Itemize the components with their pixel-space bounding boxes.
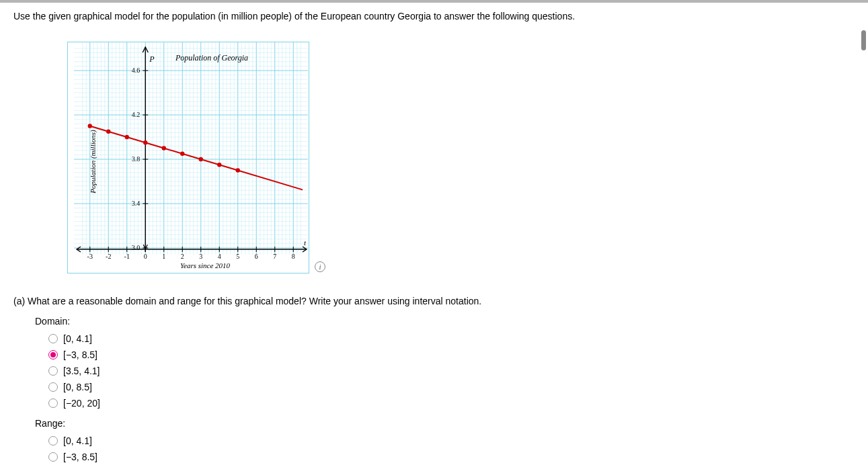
radio-button[interactable] <box>48 452 58 462</box>
svg-text:Population of Georgia: Population of Georgia <box>175 53 248 62</box>
svg-text:-2: -2 <box>106 253 111 260</box>
svg-text:3: 3 <box>199 253 202 260</box>
svg-point-152 <box>143 140 147 144</box>
domain-label: Domain: <box>35 316 855 327</box>
svg-text:7: 7 <box>273 253 276 260</box>
svg-text:Years since 2010: Years since 2010 <box>180 261 231 269</box>
domain-option[interactable]: [−3, 8.5] <box>48 349 855 360</box>
question-prompt: Use the given graphical model for the po… <box>13 11 855 22</box>
domain-option[interactable]: [−20, 20] <box>48 398 855 409</box>
domain-option[interactable]: [0, 8.5] <box>48 382 855 392</box>
range-option[interactable]: [0, 4.1] <box>48 435 855 446</box>
radio-button[interactable] <box>48 366 58 376</box>
option-label: [3.5, 4.1] <box>63 366 100 376</box>
svg-point-156 <box>217 163 221 167</box>
svg-text:3.8: 3.8 <box>132 155 141 163</box>
radio-button[interactable] <box>48 334 58 343</box>
svg-point-155 <box>199 157 203 161</box>
option-label: [−20, 20] <box>63 398 100 409</box>
domain-option[interactable]: [3.5, 4.1] <box>48 366 855 376</box>
domain-options-group: [0, 4.1][−3, 8.5][3.5, 4.1][0, 8.5][−20,… <box>48 333 855 409</box>
svg-point-153 <box>162 146 166 150</box>
radio-button[interactable] <box>48 398 58 408</box>
svg-text:1: 1 <box>162 253 165 260</box>
range-option[interactable]: [−3, 8.5] <box>48 452 855 462</box>
svg-text:0: 0 <box>144 253 147 260</box>
svg-point-149 <box>88 124 92 128</box>
svg-point-151 <box>125 135 129 139</box>
option-label: [0, 4.1] <box>63 333 92 344</box>
svg-text:-1: -1 <box>124 253 130 260</box>
radio-button[interactable] <box>48 436 58 446</box>
svg-rect-0 <box>67 42 309 273</box>
svg-text:3.0: 3.0 <box>132 244 141 251</box>
option-label: [0, 4.1] <box>63 435 92 446</box>
svg-text:2: 2 <box>181 253 184 260</box>
domain-option[interactable]: [0, 4.1] <box>48 333 855 344</box>
part-a-prompt: (a) What are a reasonable domain and ran… <box>13 296 855 306</box>
svg-text:6: 6 <box>255 253 258 260</box>
range-options-group: [0, 4.1][−3, 8.5] <box>48 435 855 462</box>
option-label: [0, 8.5] <box>63 382 92 392</box>
svg-point-157 <box>236 168 240 172</box>
option-label: [−3, 8.5] <box>63 349 97 360</box>
info-icon[interactable]: i <box>315 261 325 272</box>
scrollbar-thumb[interactable] <box>861 30 866 50</box>
svg-point-154 <box>180 152 184 156</box>
svg-text:Population (millions): Population (millions) <box>89 130 97 194</box>
svg-text:P: P <box>149 54 155 64</box>
radio-button[interactable] <box>48 382 58 392</box>
svg-text:5: 5 <box>236 253 239 260</box>
svg-text:-3: -3 <box>87 253 93 260</box>
option-label: [−3, 8.5] <box>63 452 97 462</box>
svg-text:4.2: 4.2 <box>132 111 141 118</box>
svg-text:4: 4 <box>218 253 221 260</box>
svg-text:8: 8 <box>292 253 295 260</box>
radio-button[interactable] <box>48 350 58 360</box>
chart-container: t-3-2-10123456783.03.43.84.24.6PPopulati… <box>67 42 309 273</box>
range-label: Range: <box>35 418 855 429</box>
svg-text:4.6: 4.6 <box>132 67 141 74</box>
population-chart: t-3-2-10123456783.03.43.84.24.6PPopulati… <box>67 42 309 273</box>
svg-text:3.4: 3.4 <box>132 200 141 207</box>
svg-point-150 <box>106 130 110 134</box>
